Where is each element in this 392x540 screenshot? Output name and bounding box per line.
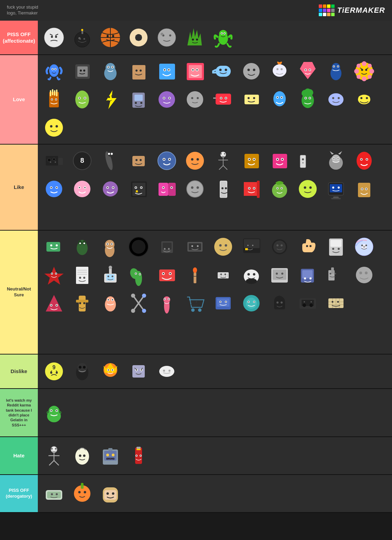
- tiermaker-logo: TiERMAKER: [319, 4, 385, 16]
- svg-point-62: [243, 63, 260, 80]
- svg-point-472: [75, 448, 89, 465]
- logo-cell: [327, 13, 330, 16]
- svg-point-85: [357, 75, 361, 79]
- svg-point-149: [366, 97, 368, 99]
- svg-point-250: [272, 183, 287, 198]
- svg-point-262: [332, 187, 334, 189]
- svg-point-244: [225, 187, 227, 189]
- tier-content-neutral: [38, 231, 392, 354]
- character-svg: [353, 150, 375, 172]
- svg-point-67: [281, 68, 283, 70]
- tier-row-piss-off-affectionate: PISS OFF (affectionate): [0, 21, 392, 55]
- svg-rect-367: [302, 270, 313, 278]
- svg-point-502: [112, 492, 114, 495]
- list-item: [238, 58, 265, 85]
- character-svg: [184, 292, 206, 315]
- list-item: [182, 24, 208, 51]
- character-svg: [128, 360, 150, 383]
- character-svg: [212, 178, 235, 200]
- character-svg: [156, 292, 178, 315]
- svg-point-374: [356, 267, 372, 283]
- svg-point-63: [247, 68, 250, 71]
- character-svg: [99, 360, 122, 383]
- list-item: [41, 114, 67, 141]
- character-svg: [156, 60, 178, 83]
- logo-cell: [327, 9, 330, 12]
- svg-point-401: [168, 298, 169, 299]
- svg-point-289: [168, 248, 170, 250]
- svg-point-433: [337, 301, 339, 303]
- list-item: [238, 262, 265, 288]
- svg-point-439: [56, 372, 58, 374]
- svg-rect-120: [216, 94, 231, 105]
- svg-point-372: [329, 273, 331, 274]
- list-item: [210, 233, 237, 260]
- svg-point-493: [56, 493, 58, 495]
- svg-point-207: [361, 159, 362, 160]
- svg-line-469: [54, 460, 59, 465]
- list-item: [69, 358, 96, 385]
- svg-rect-309: [330, 240, 341, 247]
- svg-point-37: [80, 70, 82, 72]
- svg-point-128: [253, 97, 255, 99]
- svg-rect-298: [244, 239, 260, 248]
- svg-point-357: [224, 273, 226, 275]
- character-svg: [184, 150, 206, 172]
- character-svg: [156, 360, 178, 383]
- svg-point-283: [111, 243, 112, 245]
- list-item: [97, 442, 124, 469]
- list-item: [238, 233, 265, 260]
- svg-point-46: [135, 70, 138, 72]
- character-svg: [297, 150, 319, 172]
- svg-point-321: [51, 273, 52, 274]
- tier-label-piss-off-affectionate: PISS OFF (affectionate): [0, 21, 38, 54]
- list-item: [210, 86, 237, 113]
- character-svg: [43, 88, 65, 111]
- character-svg: [71, 60, 94, 83]
- svg-point-400: [164, 298, 165, 299]
- list-item: [69, 24, 96, 51]
- svg-point-193: [277, 159, 278, 160]
- svg-point-471: [55, 448, 56, 449]
- list-item: [210, 24, 237, 51]
- character-svg: [128, 236, 150, 258]
- svg-point-339: [135, 273, 136, 274]
- logo-cell: [319, 13, 322, 16]
- svg-point-285: [132, 240, 145, 254]
- list-item: [266, 58, 293, 85]
- svg-rect-109: [134, 95, 143, 101]
- svg-point-76: [333, 66, 334, 67]
- svg-point-5: [75, 32, 90, 47]
- character-svg: [325, 88, 347, 111]
- character-svg: [212, 264, 235, 286]
- list-item: [182, 233, 208, 260]
- tier-row-like: Like 8: [0, 145, 392, 231]
- svg-point-175: [186, 152, 204, 170]
- list-item: [153, 176, 180, 202]
- character-svg: [128, 27, 150, 49]
- character-svg: [240, 264, 263, 286]
- character-svg: [43, 402, 65, 424]
- list-item: [97, 176, 124, 202]
- svg-rect-36: [77, 66, 88, 77]
- list-item: [238, 86, 265, 113]
- svg-point-270: [50, 244, 52, 246]
- svg-point-292: [191, 245, 193, 247]
- character-svg: [297, 88, 319, 111]
- list-item: [41, 262, 67, 288]
- svg-point-43: [108, 66, 109, 68]
- svg-point-240: [196, 186, 199, 189]
- svg-point-202: [333, 158, 334, 159]
- svg-point-413: [246, 298, 257, 309]
- logo-cell: [331, 9, 335, 12]
- svg-point-365: [281, 273, 283, 275]
- svg-point-255: [299, 180, 317, 198]
- svg-point-315: [363, 246, 365, 248]
- svg-point-442: [79, 366, 81, 369]
- list-item: [69, 262, 96, 288]
- list-item: [125, 290, 152, 317]
- list-item: [125, 176, 152, 202]
- svg-point-129: [273, 91, 286, 106]
- svg-point-492: [51, 493, 53, 495]
- svg-point-101: [75, 91, 89, 108]
